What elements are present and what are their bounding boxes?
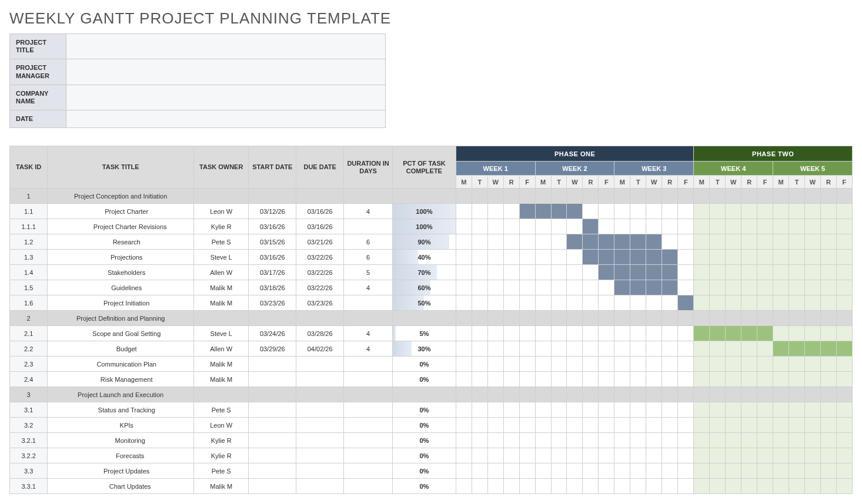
cell-task-title[interactable]: Guidelines — [48, 280, 194, 295]
cell-due-date[interactable]: 03/22/26 — [296, 265, 344, 280]
cell-task-id[interactable]: 3.3 — [10, 463, 48, 479]
cell-pct-complete[interactable]: 30% — [393, 341, 456, 357]
cell-pct-complete[interactable]: 0% — [393, 402, 456, 418]
cell-task-title[interactable]: Project Initiation — [48, 295, 194, 311]
cell-task-id[interactable]: 1.6 — [10, 295, 48, 311]
cell-task-owner[interactable]: Malik M — [194, 479, 249, 494]
cell-duration[interactable] — [344, 479, 393, 494]
cell-duration[interactable] — [344, 463, 393, 479]
cell-task-title[interactable]: Project Charter — [48, 204, 194, 219]
cell-pct-complete[interactable]: 90% — [393, 234, 456, 250]
cell-due-date[interactable] — [296, 189, 344, 204]
cell-pct-complete[interactable]: 40% — [393, 250, 456, 265]
cell-due-date[interactable] — [296, 357, 344, 372]
cell-task-owner[interactable]: Kylie R — [194, 448, 249, 463]
cell-start-date[interactable]: 03/16/26 — [249, 250, 296, 265]
cell-task-title[interactable]: Budget — [48, 341, 194, 357]
cell-duration[interactable] — [344, 387, 393, 402]
cell-duration[interactable]: 4 — [344, 341, 393, 357]
cell-pct-complete[interactable]: 0% — [393, 479, 456, 494]
cell-duration[interactable] — [344, 357, 393, 372]
cell-task-title[interactable]: Chart Updates — [48, 479, 194, 494]
cell-pct-complete[interactable]: 0% — [393, 433, 456, 448]
cell-start-date[interactable]: 03/23/26 — [249, 295, 296, 311]
cell-task-id[interactable]: 2.3 — [10, 357, 48, 372]
cell-task-id[interactable]: 3.3.1 — [10, 479, 48, 494]
cell-task-id[interactable]: 2.2 — [10, 341, 48, 357]
cell-task-owner[interactable]: Steve L — [194, 326, 249, 341]
meta-company-name-value[interactable] — [66, 85, 386, 110]
cell-start-date[interactable] — [249, 357, 296, 372]
cell-pct-complete[interactable]: 50% — [393, 295, 456, 311]
cell-task-owner[interactable]: Pete S — [194, 234, 249, 250]
cell-start-date[interactable]: 03/12/26 — [249, 204, 296, 219]
cell-pct-complete[interactable]: 0% — [393, 372, 456, 387]
cell-pct-complete[interactable]: 0% — [393, 357, 456, 372]
cell-task-owner[interactable]: Malik M — [194, 280, 249, 295]
cell-start-date[interactable] — [249, 311, 296, 326]
cell-duration[interactable] — [344, 219, 393, 234]
cell-start-date[interactable]: 03/16/26 — [249, 219, 296, 234]
cell-task-id[interactable]: 3 — [10, 387, 48, 402]
cell-task-id[interactable]: 3.1 — [10, 402, 48, 418]
cell-duration[interactable] — [344, 433, 393, 448]
cell-task-id[interactable]: 3.2 — [10, 418, 48, 433]
cell-task-id[interactable]: 2 — [10, 311, 48, 326]
cell-start-date[interactable]: 03/15/26 — [249, 234, 296, 250]
cell-pct-complete[interactable]: 0% — [393, 448, 456, 463]
cell-duration[interactable]: 4 — [344, 280, 393, 295]
cell-start-date[interactable] — [249, 387, 296, 402]
cell-task-owner[interactable]: Pete S — [194, 463, 249, 479]
cell-due-date[interactable] — [296, 448, 344, 463]
cell-task-title[interactable]: Scope and Goal Setting — [48, 326, 194, 341]
cell-task-id[interactable]: 1.4 — [10, 265, 48, 280]
cell-due-date[interactable] — [296, 479, 344, 494]
cell-task-title[interactable]: Monitoring — [48, 433, 194, 448]
cell-due-date[interactable]: 03/23/26 — [296, 295, 344, 311]
cell-start-date[interactable]: 03/18/26 — [249, 280, 296, 295]
cell-task-owner[interactable]: Malik M — [194, 357, 249, 372]
cell-start-date[interactable]: 03/29/26 — [249, 341, 296, 357]
cell-due-date[interactable] — [296, 433, 344, 448]
cell-start-date[interactable] — [249, 479, 296, 494]
cell-task-owner[interactable]: Malik M — [194, 295, 249, 311]
cell-due-date[interactable] — [296, 311, 344, 326]
cell-duration[interactable] — [344, 311, 393, 326]
cell-task-id[interactable]: 2.4 — [10, 372, 48, 387]
cell-duration[interactable] — [344, 295, 393, 311]
cell-pct-complete[interactable]: 70% — [393, 265, 456, 280]
cell-task-id[interactable]: 1.1 — [10, 204, 48, 219]
cell-pct-complete[interactable]: 60% — [393, 280, 456, 295]
cell-duration[interactable] — [344, 418, 393, 433]
cell-duration[interactable]: 4 — [344, 326, 393, 341]
cell-task-title[interactable]: Communication Plan — [48, 357, 194, 372]
cell-due-date[interactable] — [296, 402, 344, 418]
cell-task-id[interactable]: 1.5 — [10, 280, 48, 295]
cell-duration[interactable]: 6 — [344, 250, 393, 265]
cell-task-owner[interactable]: Kylie R — [194, 219, 249, 234]
cell-task-title[interactable]: Projections — [48, 250, 194, 265]
cell-task-id[interactable]: 1.1.1 — [10, 219, 48, 234]
cell-task-title[interactable]: Project Conception and Initiation — [48, 189, 194, 204]
cell-duration[interactable]: 5 — [344, 265, 393, 280]
cell-due-date[interactable]: 03/16/26 — [296, 219, 344, 234]
cell-task-id[interactable]: 1.3 — [10, 250, 48, 265]
cell-duration[interactable]: 4 — [344, 204, 393, 219]
cell-pct-complete[interactable] — [393, 311, 456, 326]
cell-pct-complete[interactable]: 0% — [393, 463, 456, 479]
cell-task-owner[interactable]: Steve L — [194, 250, 249, 265]
cell-start-date[interactable] — [249, 463, 296, 479]
cell-task-title[interactable]: Risk Management — [48, 372, 194, 387]
cell-duration[interactable] — [344, 372, 393, 387]
cell-due-date[interactable]: 03/16/26 — [296, 204, 344, 219]
cell-due-date[interactable] — [296, 418, 344, 433]
cell-pct-complete[interactable]: 100% — [393, 219, 456, 234]
cell-task-title[interactable]: Project Definition and Planning — [48, 311, 194, 326]
cell-task-title[interactable]: Status and Tracking — [48, 402, 194, 418]
cell-task-owner[interactable] — [194, 189, 249, 204]
cell-task-id[interactable]: 3.2.2 — [10, 448, 48, 463]
cell-start-date[interactable]: 03/17/26 — [249, 265, 296, 280]
cell-task-title[interactable]: Project Charter Revisions — [48, 219, 194, 234]
cell-task-title[interactable]: KPIs — [48, 418, 194, 433]
cell-due-date[interactable]: 03/22/26 — [296, 280, 344, 295]
